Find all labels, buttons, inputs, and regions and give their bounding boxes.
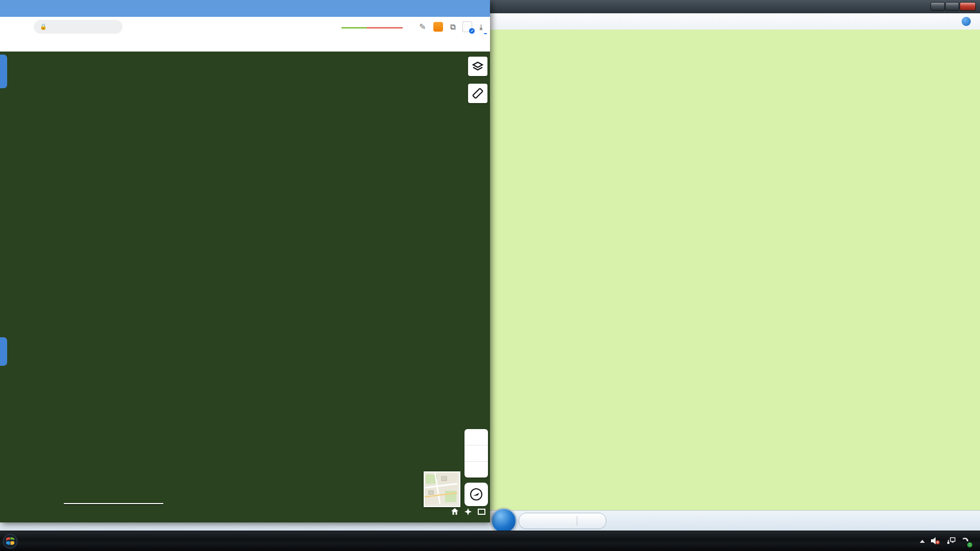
tab-bar [0,0,490,17]
check-badge: ✓ [469,28,475,34]
address-bar: 🔒 ✎ ⧉ ✓ ⤓ [0,17,490,37]
windows-orb-icon [3,534,18,549]
odnoklassniki-icon[interactable] [433,22,443,32]
rating-bar [341,27,403,29]
map-area[interactable] [0,52,490,522]
help-icon[interactable] [962,17,971,26]
zoom-out-button[interactable] [464,461,488,478]
viewer-restore-button[interactable] [945,2,959,11]
downloads-icon[interactable]: ⤓ [479,22,483,32]
fullscreen-icon[interactable] [478,508,485,516]
zoom-panel [464,429,488,478]
divider [577,516,577,525]
system-tray: 1 [914,537,980,546]
slideshow-button[interactable] [491,508,517,534]
compass-button[interactable] [464,483,488,506]
compass-icon [469,487,483,502]
minimap-content [425,472,457,504]
url-field[interactable]: 🔒 [34,20,122,34]
start-button[interactable] [0,531,20,551]
browser-window: 🔒 ✎ ⧉ ✓ ⤓ [0,0,490,522]
downloads-badge [484,33,487,34]
layers-button[interactable] [468,57,487,76]
hidden-icons-chevron[interactable] [920,540,925,543]
lock-icon: 🔒 [40,23,47,30]
home-icon[interactable] [451,508,458,516]
ruler-icon [472,88,483,99]
collections-icon[interactable]: ⧉ [450,22,456,32]
viewer-controls [519,513,606,529]
network-icon[interactable] [946,537,955,546]
left-panel-handle[interactable] [0,55,7,88]
measure-button[interactable] [468,84,487,103]
viewer-minimize-button[interactable] [930,2,945,11]
scale-line [64,503,163,504]
minimap[interactable] [424,471,460,507]
reviews-widget[interactable] [341,26,403,29]
bookmarks-bar [0,37,490,52]
collections-pen-icon[interactable]: ✎ [419,22,426,32]
notification-badge: 1 [967,542,972,547]
volume-muted-icon[interactable] [931,537,940,546]
layers-icon [472,61,483,72]
taskbar: 1 [0,531,980,551]
phone-app-icon[interactable]: 1 [962,537,970,546]
satellite-map-svg[interactable] [0,52,490,522]
zoom-in-button[interactable] [464,429,488,445]
zoning-map-svg [490,30,980,510]
scale-bar [64,502,163,504]
viewer-close-button[interactable] [960,2,976,11]
pdf-extension-icon[interactable]: ✓ [462,21,472,32]
left-panel-handle-2[interactable] [0,337,7,366]
zoning-map-image [490,30,980,510]
locate-icon[interactable] [464,508,472,517]
more-button[interactable] [464,445,488,461]
